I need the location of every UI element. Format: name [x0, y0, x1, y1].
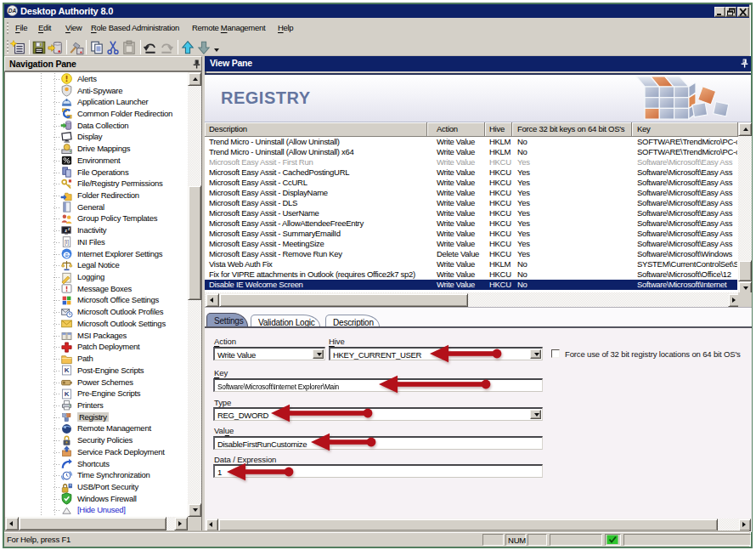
- svg-text:z: z: [65, 228, 67, 233]
- svg-text:K: K: [65, 367, 70, 375]
- svg-text:K: K: [65, 390, 70, 398]
- svg-text:[i]: [i]: [65, 239, 69, 246]
- svg-text:DA: DA: [8, 8, 17, 14]
